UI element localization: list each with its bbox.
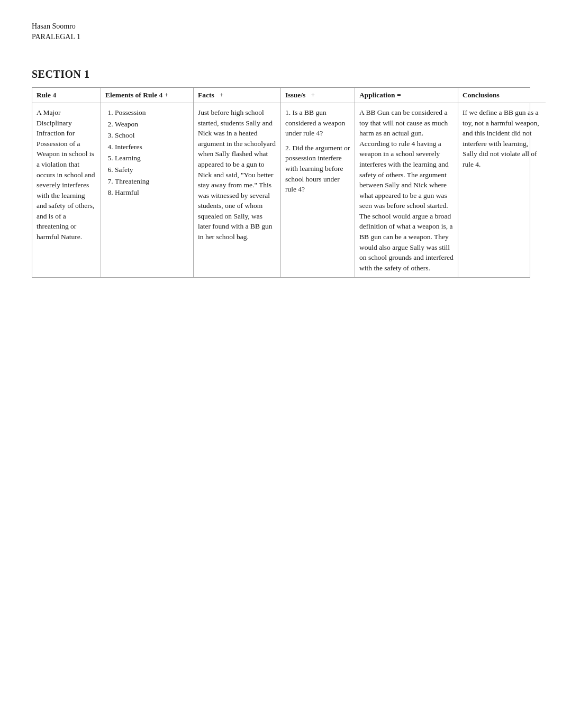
- table-body-row: A Major Disciplinary Infraction for Poss…: [32, 103, 530, 277]
- col-header-facts: Facts +: [194, 88, 281, 103]
- table-header-row: Rule 4 Elements of Rule 4 + Facts + Issu…: [32, 88, 530, 103]
- col-header-issues: Issue/s +: [281, 88, 355, 103]
- elements-cell: Possession Weapon School Interferes Lear…: [101, 103, 194, 277]
- col-header-rule4: Rule 4: [32, 88, 101, 103]
- col-header-elements: Elements of Rule 4 +: [101, 88, 194, 103]
- col-header-application: Application =: [355, 88, 458, 103]
- element-2: Weapon: [115, 119, 189, 130]
- page-header: Hasan Soomro PARALEGAL 1: [32, 21, 530, 42]
- facts-cell: Just before high school started, student…: [194, 103, 281, 277]
- author-name: Hasan Soomro: [32, 21, 530, 32]
- conclusions-cell: If we define a BB gun as a toy, not a ha…: [458, 103, 546, 277]
- element-7: Threatening: [115, 176, 189, 187]
- element-1: Possession: [115, 107, 189, 118]
- main-table: Rule 4 Elements of Rule 4 + Facts + Issu…: [32, 87, 530, 278]
- rule4-cell: A Major Disciplinary Infraction for Poss…: [32, 103, 101, 277]
- element-3: School: [115, 130, 189, 141]
- element-4: Interferes: [115, 142, 189, 152]
- element-6: Safety: [115, 165, 189, 175]
- section-title: SECTION 1: [32, 68, 530, 80]
- element-8: Harmful: [115, 187, 189, 198]
- element-5: Learning: [115, 153, 189, 163]
- application-cell: A BB Gun can be considered a toy that wi…: [355, 103, 458, 277]
- issue-1: 1. Is a BB gun considered a weapon under…: [285, 107, 350, 139]
- issues-cell: 1. Is a BB gun considered a weapon under…: [281, 103, 355, 277]
- issue-2: 2. Did the argument or possession interf…: [285, 143, 350, 195]
- col-header-conclusions: Conclusions: [458, 88, 546, 103]
- author-role: PARALEGAL 1: [32, 32, 530, 42]
